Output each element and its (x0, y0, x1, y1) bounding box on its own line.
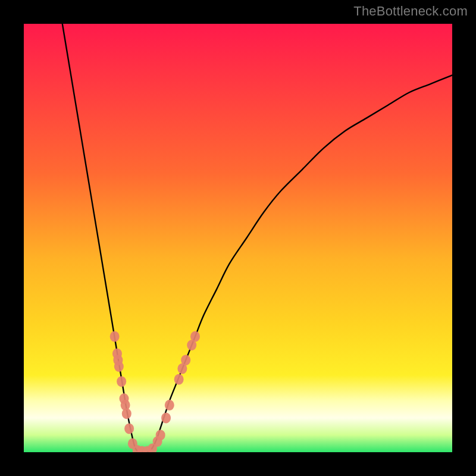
data-marker (122, 408, 131, 419)
chart-frame: TheBottleneck.com (0, 0, 476, 476)
data-marker (181, 355, 190, 365)
data-marker (190, 331, 200, 342)
data-marker (165, 400, 174, 411)
data-marker (124, 423, 134, 434)
data-marker (114, 361, 124, 372)
bottleneck-curve (62, 24, 452, 452)
data-marker (174, 374, 184, 385)
data-marker (117, 376, 126, 387)
curve-svg (24, 24, 452, 452)
watermark-text: TheBottleneck.com (353, 4, 468, 19)
data-marker (161, 412, 171, 423)
plot-area (24, 24, 452, 452)
data-marker (110, 331, 120, 342)
data-marker (156, 430, 165, 440)
